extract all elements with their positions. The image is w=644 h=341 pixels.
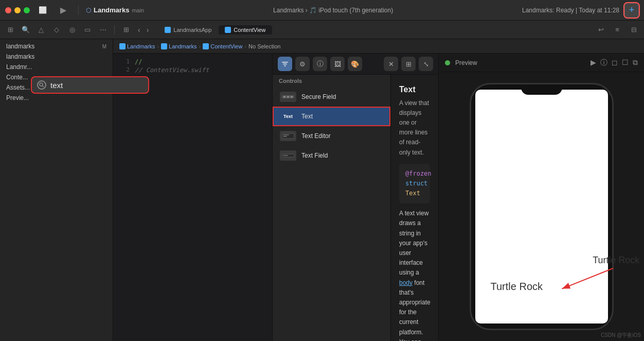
code-editor[interactable]: 1 // 2 // ContentView.swift — [113, 54, 273, 341]
breadcrumb-landmarks2[interactable]: Landmarks — [161, 43, 196, 49]
nav-buttons: ‹ › — [135, 25, 151, 35]
sidebar-item-assets-label: Assets... — [6, 84, 30, 91]
close-button[interactable] — [5, 7, 11, 13]
preview-window-icon[interactable]: ◻ — [612, 58, 618, 67]
library-info-button[interactable]: ⓘ — [313, 57, 327, 71]
doc-title: Text — [399, 83, 430, 96]
tab-content-view-label: ContentView — [234, 27, 265, 33]
nav-back-button[interactable]: ‹ — [135, 25, 143, 35]
sidebar-items: landmarks M landmarks Landmr... Conte...… — [0, 39, 113, 105]
library-image-button[interactable]: 🖼 — [330, 57, 345, 71]
project-branch: main — [132, 7, 144, 13]
preview-icons: ▶ ⓘ ◻ ☐ ⧉ — [591, 58, 638, 67]
breadcrumb: Landmarks › Landmarks › ContentView › No… — [113, 39, 644, 54]
code-line-1: 1 // — [113, 58, 272, 66]
doc-body-link[interactable]: body — [399, 279, 413, 286]
preview-play-icon[interactable]: ▶ — [591, 58, 596, 67]
svg-point-10 — [283, 96, 285, 98]
breadcrumb-landmarks1[interactable]: Landmarks — [119, 43, 155, 49]
turtle-rock-text: Turtle Rock — [480, 270, 553, 303]
library-color-button[interactable]: 🎨 — [348, 57, 362, 71]
sidebar-item-landmarks2[interactable]: landmarks — [0, 52, 113, 62]
svg-rect-4 — [203, 43, 209, 49]
search-overlay[interactable]: text — [31, 76, 149, 94]
lib-item-secure-field[interactable]: Secure Field — [273, 87, 390, 107]
search-toolbar-icon[interactable]: 🔍 — [20, 24, 32, 36]
maximize-button[interactable] — [24, 7, 30, 13]
lib-item-text-field-label: Text Field — [301, 152, 328, 159]
doc-struct-keyword: struct — [405, 180, 427, 187]
sidebar-item-previe[interactable]: Previe... — [0, 93, 113, 103]
library-settings-button[interactable]: ⚙ — [295, 57, 310, 71]
play-button[interactable]: ▶ — [56, 5, 71, 15]
preview-status-dot — [445, 60, 450, 65]
inspector-icon[interactable]: ≡ — [611, 24, 623, 36]
project-title: Landmarks — [94, 6, 129, 14]
svg-point-12 — [291, 96, 293, 98]
library-doc-area: ⚙ ⓘ 🖼 🎨 ✕ ⊞ ⤡ Controls — [273, 54, 438, 341]
sep1 — [114, 25, 115, 35]
nav-forward-button[interactable]: › — [144, 25, 152, 35]
preview-device-icon[interactable]: ☐ — [622, 58, 629, 67]
diamond-icon[interactable]: ◇ — [50, 24, 63, 36]
preview-content: Turtle Rock Turtle Rock — [439, 72, 644, 341]
watermark: CSDN @宇夜iOS — [601, 332, 641, 339]
tab-landmarks-app[interactable]: LandmarksApp — [158, 25, 218, 35]
svg-point-11 — [287, 96, 289, 98]
breadcrumb-sep2: › — [199, 43, 201, 49]
right-toolbar-icons: ↩ ≡ ⊟ — [595, 24, 640, 36]
library-list: Controls — [273, 75, 391, 341]
grid-icon[interactable]: ⊞ — [4, 24, 16, 36]
split-icon[interactable]: ⊟ — [628, 24, 640, 36]
library-filter-button[interactable] — [278, 57, 292, 71]
preview-duplicate-icon[interactable]: ⧉ — [633, 58, 638, 67]
warning-icon[interactable]: △ — [35, 24, 47, 36]
sidebar-item-landmarks1[interactable]: landmarks M — [0, 41, 113, 52]
tag-icon[interactable]: ◎ — [66, 24, 78, 36]
doc-panel: Text A view that displays one or more li… — [391, 75, 438, 341]
lib-item-secure-field-label: Secure Field — [301, 93, 336, 100]
svg-point-0 — [40, 83, 43, 86]
lib-item-text-label: Text — [301, 113, 313, 120]
library-grid-button[interactable]: ⊞ — [401, 57, 416, 71]
main-layout: landmarks M landmarks Landmr... Conte...… — [0, 39, 644, 341]
svg-rect-15 — [283, 134, 289, 135]
rect-icon[interactable]: ▭ — [81, 24, 94, 36]
svg-rect-5 — [282, 62, 288, 63]
sidebar-item-landmarks1-label: landmarks — [6, 43, 34, 50]
svg-rect-7 — [284, 65, 286, 66]
library-toolbar: ⚙ ⓘ 🖼 🎨 ✕ ⊞ ⤡ — [273, 54, 438, 75]
undo-icon[interactable]: ↩ — [595, 24, 607, 36]
search-circle-icon — [37, 80, 46, 90]
line-num-1: 1 — [117, 58, 130, 65]
title-bar: ⬜ ▶ ⬡ Landmarks main Landmarks › 🎵 iPod … — [0, 0, 644, 21]
grid2-icon[interactable]: ⊞ — [120, 24, 132, 36]
lib-item-text-field[interactable]: Text Field — [273, 146, 390, 165]
lib-item-text[interactable]: Text Text — [273, 107, 390, 126]
library-close-button[interactable]: ✕ — [384, 57, 398, 71]
sidebar-item-landmr-label: Landmr... — [6, 63, 32, 71]
device-label: Landmarks › 🎵 iPod touch (7th generation… — [273, 7, 393, 14]
preview-info-icon[interactable]: ⓘ — [600, 58, 607, 67]
tab-landmarks-app-icon — [165, 27, 171, 33]
add-button[interactable]: + — [624, 3, 639, 18]
code-content-2: // ContentView.swift — [135, 66, 209, 74]
lib-item-text-editor[interactable]: Text Editor — [273, 126, 390, 146]
sidebar-item-landmr[interactable]: Landmr... — [0, 62, 113, 72]
sidebar-toggle-icon[interactable]: ⬜ — [35, 6, 50, 14]
toolbar: ⊞ 🔍 △ ◇ ◎ ▭ ⋯ ⊞ ‹ › LandmarksApp Content… — [0, 21, 644, 39]
doc-frozen-keyword: @frozen — [405, 170, 432, 177]
search-value[interactable]: text — [50, 81, 63, 90]
code-content-1: // — [135, 58, 142, 65]
doc-paragraph1: A text view draws a string in your app's… — [399, 209, 430, 341]
minimize-button[interactable] — [14, 7, 21, 13]
library-expand-button[interactable]: ⤡ — [419, 57, 433, 71]
breadcrumb-no-selection: No Selection — [248, 43, 280, 49]
project-name-area: ⬡ Landmarks main — [86, 6, 144, 14]
dots-icon[interactable]: ⋯ — [97, 24, 109, 36]
tab-content-view[interactable]: ContentView — [219, 25, 272, 35]
breadcrumb-contentview[interactable]: ContentView — [203, 43, 242, 49]
divider — [78, 6, 79, 15]
preview-toolbar: Preview ▶ ⓘ ◻ ☐ ⧉ — [439, 54, 644, 72]
sidebar-item-landmarks1-badge: M — [102, 44, 106, 49]
